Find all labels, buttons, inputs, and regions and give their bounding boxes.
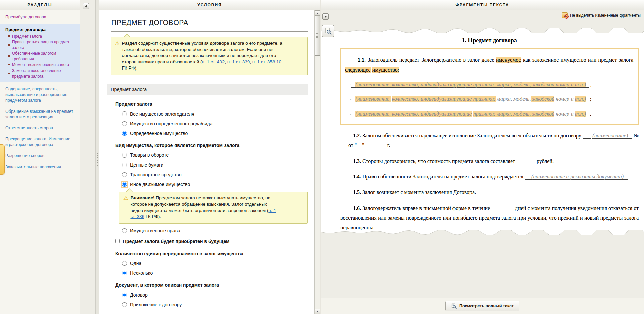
radio-g3-1[interactable] — [122, 271, 127, 275]
radio-option-row[interactable]: Ценные бумаги — [122, 162, 308, 168]
sidebar-subitem-label: Момент возникновения залога — [12, 62, 69, 68]
radio-option-row[interactable]: Товары в обороте — [122, 152, 308, 158]
sidebar-item-4[interactable]: Ответственность сторон — [0, 123, 80, 134]
radio-option-row[interactable]: Имущественные права — [122, 228, 308, 233]
text-segment: № — [632, 133, 639, 138]
sidebar-item-3[interactable]: Обращение взыскания на предмет залога и … — [0, 106, 80, 123]
text-segment: номер и — [554, 96, 575, 102]
sidebar-subitem-2[interactable]: Обеспеченные залогом требования — [5, 51, 78, 62]
checkbox-future-subject[interactable] — [115, 239, 120, 243]
conditions-panel-header: УСЛОВИЯ — [99, 0, 320, 10]
conditions-panel-title: УСЛОВИЯ — [197, 3, 222, 7]
sidebar-item-7[interactable]: Заключительные положения — [0, 162, 80, 173]
preview-zoom-button[interactable] — [322, 25, 334, 37]
radio-option-row[interactable]: Приложение к договору — [122, 302, 308, 307]
expand-panel-button[interactable] — [322, 13, 329, 20]
radio-label: Иное движимое имущество — [130, 182, 190, 187]
sidebar-subitem-4[interactable]: Замена и восстановление предмета залога — [5, 68, 78, 79]
conditions-scrollbar[interactable]: ▲ ▼ — [314, 10, 320, 314]
text-segment: Право собственности Залогодателя на пред… — [361, 174, 525, 179]
radio-option-row[interactable]: Определенное имущество — [122, 131, 308, 136]
conditions-form: Предмет залогаВсе имущество залогодателя… — [111, 101, 308, 307]
sidebar-subitem-0[interactable]: Предмет залога — [5, 34, 78, 39]
text-segment: Залогодатель передает Залогодержателю в … — [366, 57, 496, 63]
sidebar-subitem-label: Права третьих лиц на предмет залога — [12, 39, 78, 51]
radio-g1-1[interactable] — [122, 121, 127, 126]
radio-option-row[interactable]: Договор — [122, 292, 308, 298]
text-segment: г. — [386, 142, 390, 148]
text-segment — [516, 158, 535, 164]
collapse-sidebar-button[interactable] — [83, 3, 89, 9]
section-info-text: Раздел содержит существенные условия дог… — [122, 40, 283, 72]
sidebar-subitem-3[interactable]: Момент возникновения залога — [5, 62, 78, 68]
text-segment: 1.1. — [358, 57, 366, 63]
group-label-1: Вид имущества, которое является предмето… — [115, 143, 308, 148]
radio-g1-0[interactable] — [122, 111, 127, 116]
text-segment: " — [362, 142, 366, 148]
group-label-3: Количество единиц передаваемого в залог … — [115, 251, 308, 256]
bullet-icon — [8, 44, 10, 46]
text-segment: Залогодержатель вправе в письменной форм… — [361, 205, 491, 211]
sidebar-item-0[interactable]: Преамбула договора — [0, 12, 80, 23]
sidebar-item-6[interactable]: Разрешение споров — [0, 150, 80, 162]
selected-fragment-box[interactable]: 1.1. Залогодатель передает Залогодержате… — [340, 48, 639, 125]
text-segment — [586, 82, 589, 88]
sidebar-subitem-label: Предмет залога — [12, 34, 42, 39]
text-segment — [628, 133, 632, 139]
text-segment: ГК РФ). — [144, 214, 161, 219]
radio-g2-3[interactable] — [122, 182, 127, 187]
sidebar-item-5[interactable]: Прекращение залога. Изменение и расторже… — [0, 134, 80, 150]
radio-g2-0[interactable] — [122, 153, 127, 158]
doc-paragraph: 1.6. Залогодержатель вправе в письменной… — [340, 204, 639, 230]
sidebar-item-2[interactable]: Содержание, сохранность, использование и… — [0, 84, 80, 106]
hint-drawer-tab[interactable] — [0, 144, 5, 175]
view-full-text-label: Посмотреть полный текст — [459, 304, 514, 308]
radio-option-row[interactable]: Одна — [122, 261, 308, 266]
law-reference-link[interactable]: п. 1 ст. 339 — [227, 59, 250, 64]
view-full-text-button[interactable]: Посмотреть полный текст — [445, 301, 519, 311]
text-segment: как заложенное имущество или предмет зал… — [521, 57, 633, 63]
text-segment: , — [250, 59, 252, 64]
highlight-fragment: количество, индивидуализирующие признаки… — [392, 96, 496, 102]
section-info-callout: ⚠ Раздел содержит существенные условия д… — [111, 37, 308, 75]
scrollbar-up-icon[interactable]: ▲ — [315, 10, 320, 16]
panel-splitter[interactable] — [95, 0, 99, 314]
radio-g2-1[interactable] — [122, 163, 127, 167]
radio-option-row[interactable]: Транспортное средство — [122, 172, 308, 177]
radio-g3-0[interactable] — [122, 261, 127, 266]
sidebar-item-1[interactable]: Предмет договора — [5, 27, 78, 32]
highlight-fragment: (наименование, — [355, 96, 390, 102]
radio-g2-2[interactable] — [122, 172, 127, 177]
radio-option-row[interactable]: Иное движимое имущество — [122, 182, 308, 187]
text-segment: . — [589, 111, 591, 117]
radio-option-row[interactable]: Все имущество залогодателя — [122, 111, 308, 117]
text-segment — [624, 174, 628, 180]
highlight-fragment: именуемое — [496, 57, 521, 63]
text-segment — [586, 111, 589, 117]
radio-option-row[interactable]: Несколько — [122, 270, 308, 276]
text-segment: 1.3. — [353, 158, 361, 164]
sidebar-subitem-label: Обеспеченные залогом требования — [12, 51, 78, 62]
text-segment: рублей. — [535, 158, 554, 164]
law-reference-link[interactable]: п. 1 ст. 432 — [202, 59, 225, 64]
fragments-panel: ФРАГМЕНТЫ ТЕКСТА a Не выделять измененны… — [321, 0, 644, 314]
toggle-highlight-link[interactable]: a Не выделять измененные фрагменты — [562, 12, 641, 18]
doc-paragraph: 1.2. Залогом обеспечивается надлежащее и… — [340, 131, 639, 150]
text-segment: ; — [589, 82, 591, 87]
text-segment — [371, 67, 372, 73]
law-reference-link[interactable]: п. 1 ст. 358.10 — [252, 59, 281, 64]
sidebar-subitem-1[interactable]: Права третьих лиц на предмет залога — [5, 39, 78, 51]
scrollbar-thumb[interactable] — [315, 16, 320, 56]
radio-option-row[interactable]: Имущество определенного рода/вида — [122, 121, 308, 126]
checkbox-option-row[interactable]: Предмет залога будет приобретен в будуще… — [115, 239, 308, 244]
scrollbar-down-icon[interactable]: ▼ — [315, 309, 320, 314]
text-segment: (наименование) — [592, 133, 628, 139]
radio-g2-4[interactable] — [122, 228, 127, 233]
document: 1. Предмет договора 1.1. Залогодатель пе… — [340, 37, 639, 230]
text-segment: 1.5. — [353, 189, 361, 195]
radio-g1-2[interactable] — [122, 131, 127, 136]
doc-paragraph: 1.1. Залогодатель передает Залогодержате… — [345, 55, 633, 75]
radio-g4-1[interactable] — [122, 302, 127, 307]
expand-right-icon — [325, 15, 327, 18]
radio-g4-0[interactable] — [122, 293, 127, 297]
